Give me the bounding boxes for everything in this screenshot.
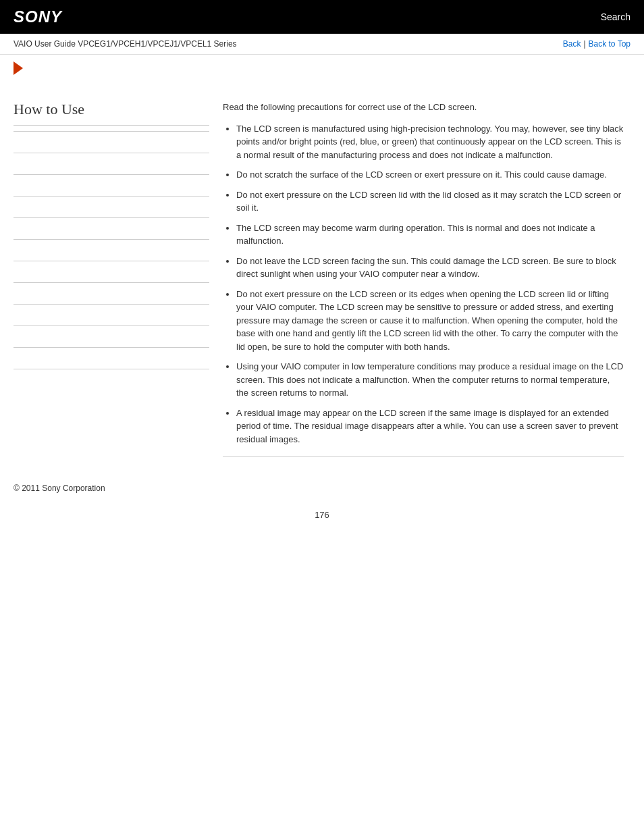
list-item[interactable] [14, 153, 209, 174]
list-item[interactable] [14, 196, 209, 217]
article-list-item: The LCD screen is manufactured using hig… [236, 122, 624, 162]
breadcrumb-title: VAIO User Guide VPCEG1/VPCEH1/VPCEJ1/VPC… [14, 39, 237, 49]
arrow-right-icon [14, 61, 23, 75]
arrow-icon-container [0, 55, 644, 80]
sidebar-title: How to Use [14, 101, 209, 118]
list-item[interactable] [14, 239, 209, 261]
sidebar-divider [14, 125, 209, 126]
search-button[interactable]: Search [601, 11, 630, 22]
nav-links: Back | Back to Top [563, 39, 630, 49]
sidebar-items [14, 131, 209, 390]
article-list-item: Using your VAIO computer in low temperat… [236, 360, 624, 400]
back-link[interactable]: Back [563, 39, 581, 49]
article-content: Read the following precautions for corre… [223, 94, 630, 457]
main-content: How to Use Read the following precaution… [0, 80, 644, 470]
list-item[interactable] [14, 325, 209, 347]
copyright-text: © 2011 Sony Corporation [14, 484, 105, 493]
list-item[interactable] [14, 261, 209, 282]
sony-logo: SONY [14, 7, 62, 26]
list-item[interactable] [14, 131, 209, 153]
list-item[interactable] [14, 347, 209, 369]
page-number-value: 176 [315, 510, 329, 520]
back-to-top-link[interactable]: Back to Top [589, 39, 630, 49]
article-list-item: Do not exert pressure on the LCD screen … [236, 188, 624, 215]
list-item[interactable] [14, 217, 209, 239]
article-list: The LCD screen is manufactured using hig… [223, 122, 624, 446]
article-intro: Read the following precautions for corre… [223, 101, 624, 114]
list-item[interactable] [14, 174, 209, 196]
nav-separator: | [583, 39, 585, 49]
list-item[interactable] [14, 304, 209, 325]
article-list-item: Do not scratch the surface of the LCD sc… [236, 168, 624, 182]
article-list-item: A residual image may appear on the LCD s… [236, 407, 624, 446]
header: SONY Search [0, 0, 644, 34]
list-item[interactable] [14, 282, 209, 304]
article-list-item: The LCD screen may become warm during op… [236, 221, 624, 248]
sidebar: How to Use [14, 94, 209, 457]
article-list-item: Do not leave the LCD screen facing the s… [236, 255, 624, 281]
list-item[interactable] [14, 369, 209, 390]
page-number: 176 [0, 500, 644, 533]
article-list-item: Do not exert pressure on the LCD screen … [236, 288, 624, 354]
article-bottom-border [223, 456, 624, 457]
footer: © 2011 Sony Corporation [0, 470, 644, 500]
breadcrumb-bar: VAIO User Guide VPCEG1/VPCEH1/VPCEJ1/VPC… [0, 34, 644, 55]
